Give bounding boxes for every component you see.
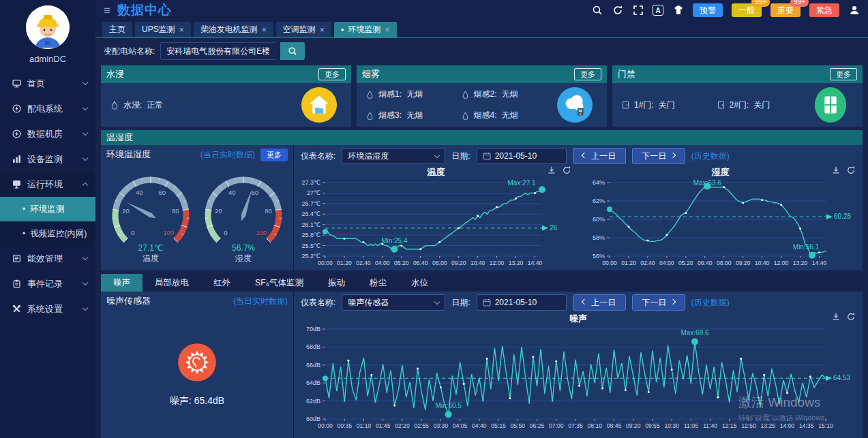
sidebar-subitem-video-monitor[interactable]: • 视频监控(内网)	[0, 221, 95, 246]
tab-water-level[interactable]: 水位	[399, 274, 440, 292]
svg-text:00:35: 00:35	[337, 422, 352, 429]
user-icon[interactable]	[848, 5, 860, 16]
sidebar-item-settings[interactable]: 系统设置	[0, 296, 95, 322]
close-icon[interactable]: ×	[262, 25, 267, 35]
history-link[interactable]: (历史数据)	[691, 151, 730, 162]
tab-vibration[interactable]: 振动	[316, 274, 357, 292]
username: adminDC	[29, 54, 66, 64]
door-icon	[717, 101, 725, 109]
download-icon[interactable]	[831, 312, 841, 322]
date-value: 2021-05-10	[495, 298, 537, 307]
sidebar-group-environment: 运行环境 • 环境监测 • 视频监控(内网)	[0, 172, 95, 246]
sensor-name: 烟感2:	[474, 89, 497, 100]
sidebar-item-label: 运行环境	[27, 178, 83, 191]
tab-infrared[interactable]: 红外	[201, 274, 243, 292]
tab-home[interactable]: 主页	[102, 22, 132, 37]
svg-text:Min:25.4: Min:25.4	[381, 237, 408, 245]
urgent-alarm-button[interactable]: 紧急	[809, 3, 839, 17]
sidebar-item-device-monitor[interactable]: 设备监测	[0, 146, 95, 172]
refresh-icon[interactable]	[612, 5, 623, 16]
date-picker[interactable]: 2021-05-10	[477, 294, 567, 311]
prev-day-button[interactable]: 上一日	[573, 294, 626, 311]
fullscreen-icon[interactable]	[632, 5, 644, 16]
noise-ear-icon	[177, 342, 218, 383]
svg-text:05:15: 05:15	[491, 422, 506, 429]
tab-aircon[interactable]: 空调监测×	[276, 22, 331, 37]
svg-text:80: 80	[265, 207, 272, 215]
temphum-more-button[interactable]: 更多	[260, 148, 288, 161]
sensor-value: 无烟	[502, 89, 518, 100]
tab-noise[interactable]: 噪声	[101, 274, 143, 292]
important-alarm-button[interactable]: 重要 99+	[770, 3, 800, 17]
station-search-button[interactable]	[280, 42, 305, 60]
chart-refresh-icon[interactable]	[846, 312, 856, 322]
tab-label: UPS监测	[142, 24, 175, 35]
date-picker[interactable]: 2021-05-10	[477, 148, 567, 164]
sidebar-item-energy[interactable]: 能效管理	[0, 246, 95, 271]
smoke-card-title: 烟雾	[362, 68, 380, 80]
noise-panel-title: 噪声传感器	[106, 295, 151, 307]
noise-reading-value: 65.4dB	[194, 395, 224, 406]
svg-text:100: 100	[163, 229, 174, 236]
sidebar-item-data-room[interactable]: 数据机房	[0, 121, 95, 146]
avatar[interactable]	[26, 5, 70, 49]
bullet-icon: •	[23, 229, 25, 238]
date-label: 日期:	[451, 297, 470, 309]
sidebar-item-label: 首页	[27, 78, 83, 90]
smoke-drop-icon	[462, 112, 469, 120]
chevron-up-icon	[83, 183, 88, 188]
history-link[interactable]: (历史数据)	[691, 297, 730, 309]
sidebar-subitem-env-monitor[interactable]: • 环境监测	[0, 197, 95, 221]
sidebar-item-events[interactable]: 事件记录	[0, 271, 95, 296]
important-alarm-label: 重要	[777, 5, 794, 15]
next-day-button[interactable]: 下一日	[632, 294, 685, 311]
water-more-button[interactable]: 更多	[318, 68, 346, 80]
next-day-button[interactable]: 下一日	[632, 148, 685, 164]
svg-text:07:35: 07:35	[568, 422, 583, 429]
close-icon[interactable]: ×	[179, 25, 184, 35]
chart-refresh-icon[interactable]	[846, 166, 856, 175]
tab-dust[interactable]: 粉尘	[357, 274, 399, 292]
sensor-value: 无烟	[406, 110, 423, 121]
temphum-section-title: 温湿度	[101, 130, 863, 145]
smoke-more-button[interactable]: 更多	[574, 68, 601, 80]
svg-text:12:15: 12:15	[722, 422, 737, 429]
download-icon[interactable]	[831, 166, 841, 175]
tab-sf6[interactable]: SF₆气体监测	[243, 274, 316, 292]
sidebar-item-label: 事件记录	[27, 278, 83, 290]
general-alarm-button[interactable]: 一般 99+	[732, 3, 762, 17]
sidebar-item-power-system[interactable]: 配电系统	[0, 96, 95, 121]
theme-shirt-icon[interactable]	[672, 5, 684, 16]
sidebar-item-environment[interactable]: 运行环境	[0, 172, 95, 197]
language-icon[interactable]: A	[653, 5, 663, 16]
menu-icon[interactable]: ≡	[104, 5, 110, 16]
chart-refresh-icon[interactable]	[562, 166, 571, 175]
close-icon[interactable]: ×	[385, 25, 390, 35]
smoke-sensor-item: 烟感4:无烟	[462, 110, 557, 121]
station-search-input[interactable]	[160, 42, 275, 60]
home-icon	[12, 79, 21, 89]
smoke-sensor-item: 烟感1:无烟	[366, 89, 462, 100]
meter-select[interactable]: 噪声传感器	[342, 294, 445, 311]
svg-text:80: 80	[172, 207, 179, 215]
tab-ups[interactable]: UPS监测×	[135, 22, 191, 37]
svg-text:02:40: 02:40	[356, 260, 371, 266]
svg-text:08:45: 08:45	[607, 422, 622, 429]
tab-diesel[interactable]: 柴油发电机监测×	[194, 22, 273, 37]
svg-text:01:20: 01:20	[337, 260, 352, 266]
tab-environment[interactable]: ●环境监测×	[334, 22, 397, 37]
date-value: 2021-05-10	[495, 151, 537, 161]
close-icon[interactable]: ×	[320, 25, 325, 35]
search-icon[interactable]	[591, 5, 603, 16]
temperature-gauge: 02040608010027.1℃温度	[105, 168, 196, 267]
prev-day-button[interactable]: 上一日	[573, 148, 626, 164]
meter-select[interactable]: 环境温湿度	[342, 148, 445, 164]
svg-text:14:35: 14:35	[799, 422, 814, 429]
tab-partial-discharge[interactable]: 局部放电	[143, 274, 201, 292]
download-icon[interactable]	[547, 166, 556, 175]
noise-controls: 仪表名称: 噪声传感器 日期: 2021-05-10 上一日 下一日 (历史数据…	[294, 292, 863, 312]
sidebar-item-home[interactable]: 首页	[0, 71, 95, 96]
access-more-button[interactable]: 更多	[830, 68, 857, 80]
warning-button[interactable]: 预警	[693, 3, 723, 17]
sidebar-item-label: 配电系统	[27, 103, 83, 115]
